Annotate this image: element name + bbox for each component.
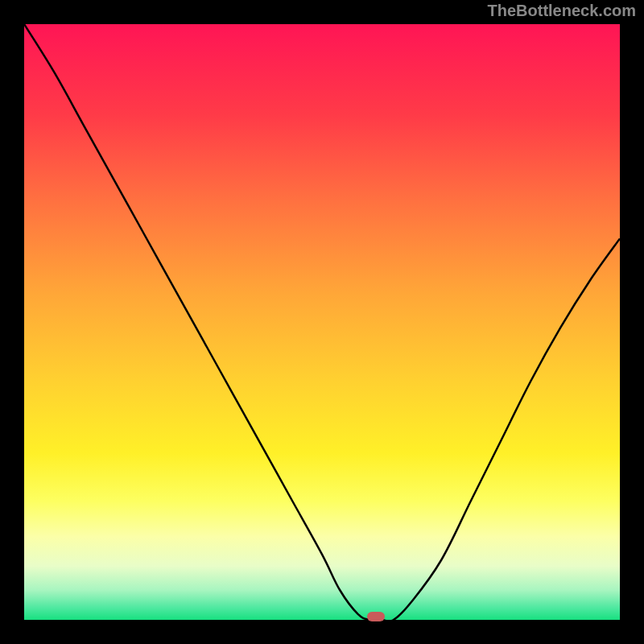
plot-area [24, 24, 620, 620]
chart-container: TheBottleneck.com [0, 0, 644, 644]
curve-layer [24, 24, 620, 620]
bottleneck-curve [24, 24, 620, 620]
watermark-text: TheBottleneck.com [488, 2, 636, 20]
optimal-point-marker [367, 612, 385, 621]
